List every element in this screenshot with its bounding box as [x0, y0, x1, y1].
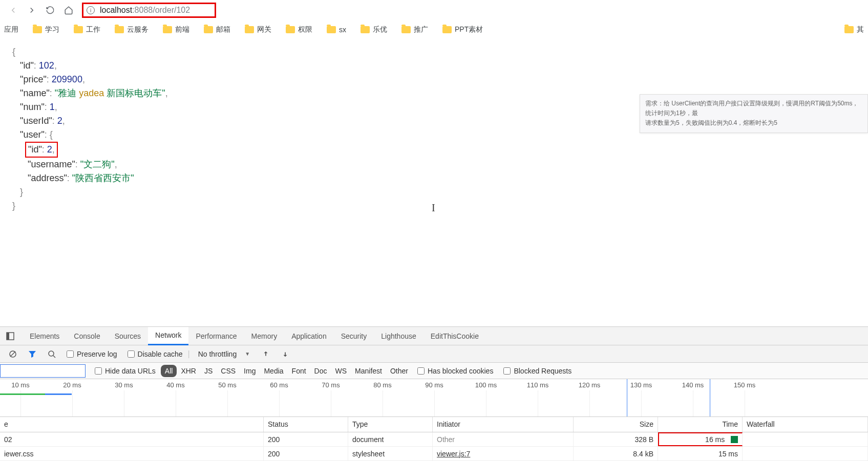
bookmark-folder[interactable]: 推广	[401, 25, 428, 34]
bookmark-folder[interactable]: 云服务	[115, 25, 149, 34]
tab-editthiscookie[interactable]: EditThisCookie	[424, 327, 486, 345]
col-type[interactable]: Type	[348, 417, 433, 432]
network-toolbar: Preserve log Disable cache | No throttli…	[0, 345, 868, 363]
filter-type-other[interactable]: Other	[386, 365, 412, 377]
filter-icon[interactable]	[26, 347, 39, 361]
folder-icon	[844, 26, 854, 33]
chevron-down-icon: ▼	[245, 351, 250, 357]
home-button[interactable]	[61, 3, 76, 17]
has-blocked-cookies-checkbox[interactable]: Has blocked cookies	[417, 367, 493, 375]
tooltip-line: 请求数量为5，失败阈值比例为0.4，熔断时长为5	[645, 118, 862, 128]
tab-sources[interactable]: Sources	[108, 327, 148, 345]
col-status[interactable]: Status	[264, 417, 348, 432]
json-line: }	[12, 185, 856, 199]
bookmarks-bar: 应用 学习 工作 云服务 前端 邮箱 网关 权限 sx 乐优 推广 PPT素材 …	[0, 20, 868, 39]
filter-input[interactable]	[0, 364, 86, 378]
col-time[interactable]: Time	[658, 417, 743, 432]
browser-nav-bar: i localhost:8088/order/102	[0, 0, 868, 20]
timeline-tick: 120 ms	[579, 381, 601, 389]
col-name[interactable]: e	[0, 417, 264, 432]
blocked-requests-checkbox[interactable]: Blocked Requests	[503, 367, 571, 375]
filter-type-media[interactable]: Media	[260, 365, 287, 377]
tab-application[interactable]: Application	[284, 327, 334, 345]
tab-elements[interactable]: Elements	[23, 327, 67, 345]
timeline-range-end[interactable]	[710, 379, 710, 416]
text-cursor-icon: I	[432, 200, 435, 215]
bookmark-folder[interactable]: 邮箱	[204, 25, 230, 34]
forward-button[interactable]	[25, 3, 39, 17]
tab-performance[interactable]: Performance	[188, 327, 244, 345]
filter-type-xhr[interactable]: XHR	[177, 365, 200, 377]
reload-button[interactable]	[43, 3, 57, 17]
bookmark-folder[interactable]: 前端	[163, 25, 189, 34]
folder-icon	[361, 26, 370, 33]
json-line: "id": 2,	[12, 142, 856, 158]
bookmark-folder[interactable]: 权限	[286, 25, 312, 34]
timeline-tick: 60 ms	[270, 381, 288, 389]
timeline-tick: 80 ms	[373, 381, 391, 389]
download-icon[interactable]	[279, 347, 292, 361]
folder-icon	[442, 26, 452, 33]
timeline-range-start[interactable]	[627, 379, 627, 416]
col-initiator[interactable]: Initiator	[433, 417, 574, 432]
json-line: "address": "陕西省西安市"	[12, 171, 856, 185]
upload-icon[interactable]	[259, 347, 272, 361]
network-filter-bar: Hide data URLs All XHR JS CSS Img Media …	[0, 363, 868, 379]
folder-icon	[286, 26, 295, 33]
svg-point-4	[49, 351, 54, 356]
folder-icon	[163, 26, 172, 33]
col-waterfall[interactable]: Waterfall	[743, 417, 868, 432]
throttling-select[interactable]: No throttling	[194, 348, 241, 360]
dock-side-icon[interactable]	[3, 329, 17, 343]
svg-line-5	[53, 356, 55, 358]
bookmark-folder[interactable]: 工作	[74, 25, 100, 34]
back-button[interactable]	[6, 3, 20, 17]
tab-memory[interactable]: Memory	[244, 327, 285, 345]
address-bar[interactable]: i localhost:8088/order/102	[82, 3, 216, 18]
timeline-tick: 140 ms	[682, 381, 704, 389]
timeline-bar	[45, 393, 72, 395]
timeline-tick: 110 ms	[527, 381, 549, 389]
search-icon[interactable]	[45, 347, 58, 361]
network-timeline[interactable]: 10 ms20 ms30 ms40 ms50 ms60 ms70 ms80 ms…	[0, 379, 868, 417]
folder-icon	[204, 26, 213, 33]
hide-data-urls-checkbox[interactable]: Hide data URLs	[95, 367, 156, 375]
col-size[interactable]: Size	[574, 417, 658, 432]
tab-console[interactable]: Console	[67, 327, 107, 345]
tab-lighthouse[interactable]: Lighthouse	[374, 327, 424, 345]
stop-recording-icon[interactable]	[6, 347, 19, 361]
bookmark-folder[interactable]: 乐优	[361, 25, 387, 34]
bookmark-folder[interactable]: sx	[327, 26, 346, 34]
svg-rect-1	[7, 333, 9, 340]
highlighted-id: "id": 2,	[25, 142, 58, 158]
apps-button[interactable]: 应用	[4, 25, 18, 34]
tab-network[interactable]: Network	[148, 327, 188, 345]
disable-cache-checkbox[interactable]: Disable cache	[128, 350, 183, 358]
bookmark-overflow[interactable]: 其	[844, 25, 864, 34]
timeline-tick: 50 ms	[218, 381, 236, 389]
preserve-log-checkbox[interactable]: Preserve log	[67, 350, 117, 358]
folder-icon	[327, 26, 336, 33]
filter-type-js[interactable]: JS	[200, 365, 217, 377]
filter-type-font[interactable]: Font	[288, 365, 310, 377]
filter-type-css[interactable]: CSS	[217, 365, 240, 377]
tab-security[interactable]: Security	[334, 327, 374, 345]
filter-type-ws[interactable]: WS	[331, 365, 351, 377]
filter-type-doc[interactable]: Doc	[310, 365, 331, 377]
timeline-tick: 20 ms	[63, 381, 81, 389]
filter-type-img[interactable]: Img	[240, 365, 260, 377]
json-line: {	[12, 45, 856, 59]
table-row[interactable]: 02200documentOther328 B16 ms	[0, 432, 868, 447]
svg-line-3	[10, 352, 15, 357]
site-info-icon[interactable]: i	[87, 6, 95, 14]
bookmark-folder[interactable]: PPT素材	[442, 25, 483, 34]
bookmark-folder[interactable]: 学习	[33, 25, 59, 34]
timeline-tick: 30 ms	[115, 381, 133, 389]
folder-icon	[245, 26, 254, 33]
timeline-tick: 150 ms	[734, 381, 756, 389]
filter-type-all[interactable]: All	[161, 365, 177, 377]
folder-icon	[74, 26, 83, 33]
filter-type-manifest[interactable]: Manifest	[351, 365, 386, 377]
table-row[interactable]: iewer.css200stylesheetviewer.js:78.4 kB1…	[0, 447, 868, 461]
bookmark-folder[interactable]: 网关	[245, 25, 271, 34]
